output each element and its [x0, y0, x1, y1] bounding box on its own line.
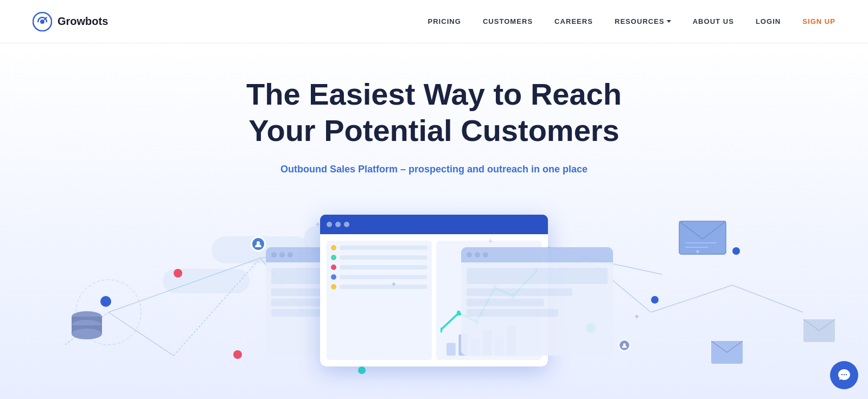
sparkle-1: ✦: [315, 220, 321, 229]
nav-about-us[interactable]: ABOUT US: [693, 17, 734, 25]
network-node-user-2: [618, 339, 630, 351]
envelope-icon-small-1: [711, 340, 743, 366]
svg-point-25: [457, 311, 461, 316]
nav-login[interactable]: LOGIN: [756, 17, 781, 25]
hero-section: The Easiest Way to Reach Your Potential …: [0, 43, 868, 399]
envelope-icon-small-2: [803, 319, 835, 345]
network-node-blue-4: [732, 247, 740, 255]
navigation: Growbots PRICING CUSTOMERS CAREERS RESOU…: [0, 0, 868, 43]
svg-line-8: [108, 312, 174, 356]
svg-line-13: [651, 285, 732, 312]
chevron-down-icon: [667, 20, 671, 23]
svg-point-23: [72, 329, 102, 339]
network-node-pink-3: [233, 350, 242, 359]
network-node-pink-1: [174, 269, 182, 278]
network-node-teal-3: [358, 366, 366, 374]
svg-point-1: [40, 20, 44, 24]
svg-point-48: [841, 374, 843, 375]
nav-signup[interactable]: SIGN UP: [802, 17, 835, 25]
svg-point-50: [846, 374, 847, 375]
nav-careers[interactable]: CAREERS: [554, 17, 593, 25]
nav-links: PRICING CUSTOMERS CAREERS RESOURCES ABOU…: [427, 17, 835, 25]
hero-subtitle: Outbound Sales Platform – prospecting an…: [280, 164, 588, 175]
logo[interactable]: Growbots: [33, 12, 108, 31]
nav-resources[interactable]: RESOURCES: [615, 17, 671, 25]
chat-support-button[interactable]: [830, 361, 858, 389]
sparkle-2: ✦: [391, 280, 397, 288]
dashboard-right-panel: [461, 247, 613, 356]
database-icon: [65, 305, 108, 350]
hero-illustration: ✦ ✦ ✦ ✦ +: [0, 204, 868, 399]
network-node-user-1: [251, 236, 266, 252]
chat-icon: [837, 368, 851, 382]
sparkle-5: +: [488, 236, 493, 245]
svg-rect-30: [446, 343, 456, 356]
nav-pricing[interactable]: PRICING: [427, 17, 461, 25]
sparkle-3: ✦: [694, 247, 701, 256]
sparkle-4: ✦: [634, 312, 640, 321]
network-node-blue-3: [651, 296, 659, 304]
logo-text: Growbots: [58, 15, 108, 28]
nav-customers[interactable]: CUSTOMERS: [483, 17, 533, 25]
envelope-icon-large: [678, 220, 727, 258]
svg-line-14: [732, 285, 803, 312]
hero-title: The Easiest Way to Reach Your Potential …: [222, 76, 646, 149]
svg-point-49: [844, 374, 845, 375]
growbots-logo-icon: [33, 12, 52, 31]
